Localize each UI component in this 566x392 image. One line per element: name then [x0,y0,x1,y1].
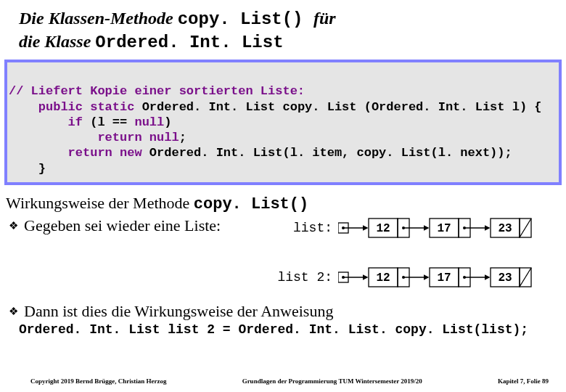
footer: Copyright 2019 Bernd Brügge, Christian H… [0,377,566,385]
svg-line-33 [520,268,531,287]
code-line-3a: if [9,115,90,129]
title-mono-2: Ordered. Int. List [95,33,283,52]
svg-text:17: 17 [437,222,451,235]
code-line-5a: return new [9,146,149,160]
list-label-2: list 2: [277,270,332,285]
code-line-1: // Liefert Kopie einer sortierten Liste: [9,84,305,98]
linked-list-svg-1: 121723 [338,215,556,241]
assignment-line: Ordered. Int. List list 2 = Ordered. Int… [0,321,566,337]
code-line-3c: null [134,115,164,129]
section-heading: Wirkungsweise der Methode copy. List() [6,194,560,213]
bullet-1-text: Gegeben sei wieder eine Liste: [24,216,221,235]
slide-title: Die Klassen-Methode copy. List() für die… [0,0,566,60]
footer-right: Kapitel 7, Folie 89 [498,377,549,385]
code-line-3b: (l == [90,115,134,129]
title-text-2: für [313,9,336,28]
svg-text:17: 17 [437,271,451,285]
section-heading-b: copy. List() [194,195,308,213]
bullet-icon: ❖ [9,305,18,318]
title-text-3: die Klasse [19,32,95,51]
code-line-3d: ) [164,115,171,129]
svg-text:23: 23 [498,222,512,235]
svg-text:23: 23 [498,271,512,285]
footer-left: Copyright 2019 Bernd Brügge, Christian H… [30,377,167,385]
bullet-icon: ❖ [9,219,18,232]
linked-list-svg-2: 121723 [338,264,556,290]
section-heading-a: Wirkungsweise der Methode [6,194,194,212]
code-line-6: } [9,162,46,176]
bullet-2-text: Dann ist dies die Wirkungsweise der Anwe… [24,302,333,321]
code-line-2a: public static [9,100,142,114]
code-line-4b: ; [179,131,186,144]
svg-line-16 [520,219,531,237]
svg-text:12: 12 [376,271,390,285]
svg-text:12: 12 [376,222,390,235]
title-mono-1: copy. List() [178,9,313,29]
list-label-1: list: [293,221,332,235]
code-box: // Liefert Kopie einer sortierten Liste:… [4,60,562,185]
title-text-1: Die Klassen-Methode [19,9,178,28]
code-line-5b: Ordered. Int. List(l. item, copy. List(l… [149,146,512,160]
linked-list-2: list 2: 121723 [0,263,566,292]
code-line-2b: Ordered. Int. List copy. List (Ordered. … [142,100,542,114]
footer-center: Grundlagen der Programmierung TUM Winter… [242,377,422,385]
code-line-4a: return null [9,131,179,144]
